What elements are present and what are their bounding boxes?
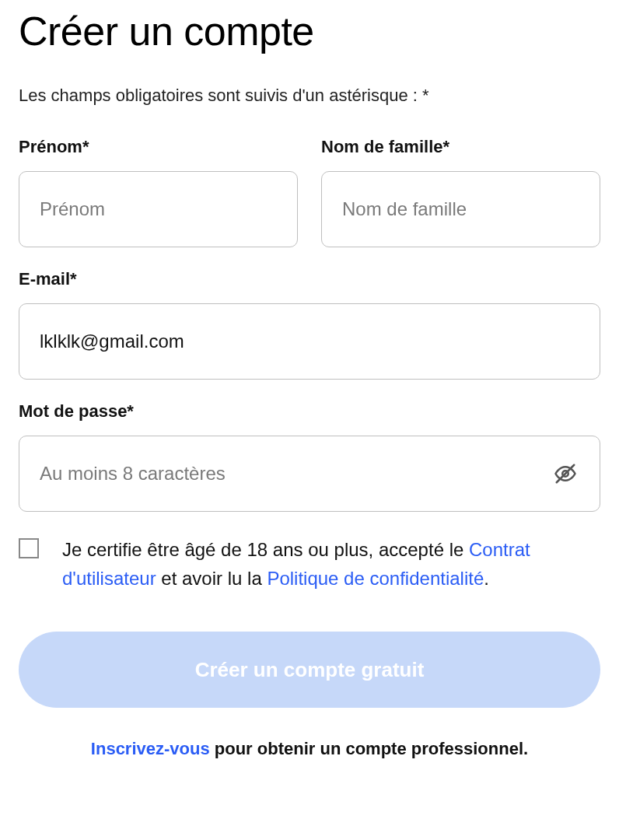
first-name-label: Prénom* [19, 137, 298, 157]
eye-off-icon [554, 462, 577, 485]
required-fields-note: Les champs obligatoires sont suivis d'un… [19, 86, 600, 106]
professional-signup-link[interactable]: Inscrivez-vous [91, 739, 210, 758]
page-title: Créer un compte [19, 8, 600, 54]
first-name-input[interactable] [19, 171, 298, 247]
consent-text-part2: et avoir lu la [156, 568, 268, 589]
last-name-label: Nom de famille* [321, 137, 600, 157]
toggle-password-visibility-button[interactable] [549, 457, 582, 490]
privacy-policy-link[interactable]: Politique de confidentialité [267, 568, 484, 589]
last-name-input[interactable] [321, 171, 600, 247]
email-label: E-mail* [19, 269, 600, 289]
professional-account-note: Inscrivez-vous pour obtenir un compte pr… [19, 739, 600, 759]
consent-text-part3: . [484, 568, 489, 589]
consent-text-part1: Je certifie être âgé de 18 ans ou plus, … [62, 539, 469, 560]
create-free-account-button[interactable]: Créer un compte gratuit [19, 632, 600, 708]
password-label: Mot de passe* [19, 401, 600, 422]
professional-account-text: pour obtenir un compte professionnel. [210, 739, 528, 758]
email-input[interactable] [19, 303, 600, 380]
consent-text: Je certifie être âgé de 18 ans ou plus, … [62, 535, 600, 593]
password-input[interactable] [19, 436, 600, 512]
age-consent-checkbox[interactable] [19, 538, 39, 558]
